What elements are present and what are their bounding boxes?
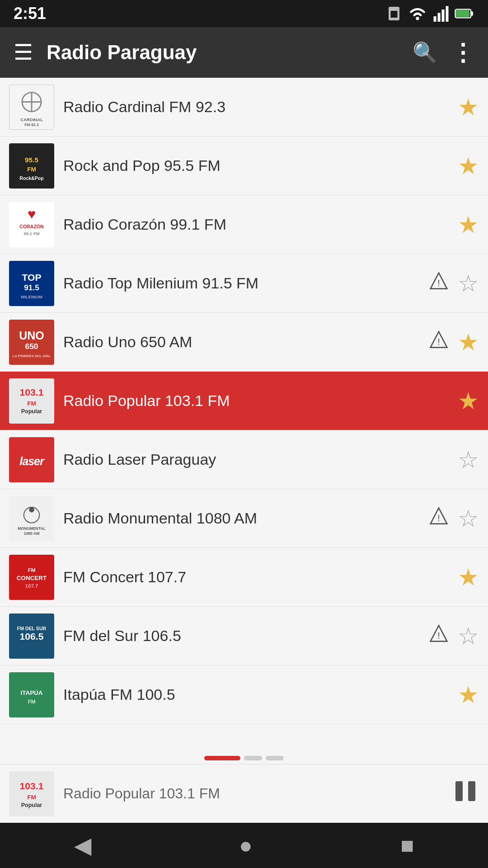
status-icons — [386, 5, 474, 22]
now-playing-title: Radio Popular 103.1 FM — [63, 785, 452, 802]
svg-rect-44 — [29, 507, 34, 513]
svg-text:!: ! — [437, 278, 440, 288]
radio-logo-concert: FMCONCERT107.7 — [9, 555, 54, 600]
radio-item-concert[interactable]: FMCONCERT107.7FM Concert 107.7★ — [0, 548, 488, 607]
svg-text:MILENIUM: MILENIUM — [21, 294, 42, 299]
svg-text:!: ! — [437, 513, 440, 523]
radio-item-monumental[interactable]: MONUMENTAL1080 AMRadio Monumental 1080 A… — [0, 489, 488, 548]
radio-logo-corazon: ♥CORAZÓN99.1 FM — [9, 202, 54, 247]
radio-item-uno[interactable]: UNO650LA PRIMERA DEL DIALRadio Uno 650 A… — [0, 313, 488, 372]
svg-rect-4 — [438, 13, 441, 22]
now-playing-bar: 103.1 FM Popular Radio Popular 103.1 FM — [0, 764, 488, 823]
svg-text:!: ! — [437, 337, 440, 347]
radio-item-laser[interactable]: laserRadio Laser Paraguay☆ — [0, 430, 488, 489]
radio-logo-rock-pop: 95.5FMRock&Pop — [9, 143, 54, 189]
svg-text:103.1: 103.1 — [20, 781, 44, 791]
svg-text:106.5: 106.5 — [20, 631, 44, 641]
app-bar-actions: 🔍 ⋮ — [413, 39, 474, 66]
svg-text:CONCERT: CONCERT — [17, 574, 47, 581]
radio-name-concert: FM Concert 107.7 — [63, 568, 458, 586]
battery-icon — [455, 7, 474, 20]
radio-logo-uno: UNO650LA PRIMERA DEL DIAL — [9, 320, 54, 365]
radio-logo-laser: laser — [9, 437, 54, 482]
warning-icon-uno: ! — [429, 330, 449, 354]
svg-text:Rock&Pop: Rock&Pop — [19, 175, 44, 180]
radio-item-corazon[interactable]: ♥CORAZÓN99.1 FMRadio Corazón 99.1 FM★ — [0, 195, 488, 254]
svg-text:FM: FM — [28, 699, 36, 704]
svg-text:MONUMENTAL: MONUMENTAL — [18, 526, 46, 530]
star-button-uno[interactable]: ★ — [458, 329, 479, 356]
pause-button[interactable] — [452, 778, 479, 810]
nav-bar: ◀ ● ■ — [0, 823, 488, 868]
radio-name-uno: Radio Uno 650 AM — [63, 333, 429, 351]
recent-button[interactable]: ■ — [400, 832, 414, 859]
menu-button[interactable]: ☰ — [14, 42, 33, 63]
svg-rect-8 — [471, 11, 473, 15]
svg-text:UNO: UNO — [19, 329, 44, 342]
radio-name-sur: FM del Sur 106.5 — [63, 627, 429, 645]
svg-text:CORAZÓN: CORAZÓN — [19, 223, 43, 229]
home-button[interactable]: ● — [239, 832, 253, 859]
radio-item-popular[interactable]: 103.1FMPopularRadio Popular 103.1 FM★ — [0, 372, 488, 430]
star-button-itapua[interactable]: ★ — [458, 681, 479, 708]
svg-text:99.1 FM: 99.1 FM — [23, 231, 39, 236]
star-button-corazon[interactable]: ★ — [458, 211, 479, 238]
radio-item-cardinal[interactable]: CARDINALFM 92.3Radio Cardinal FM 92.3★ — [0, 78, 488, 137]
star-button-rock-pop[interactable]: ★ — [458, 152, 479, 179]
svg-text:1080 AM: 1080 AM — [24, 531, 40, 536]
radio-name-corazon: Radio Corazón 99.1 FM — [63, 216, 458, 233]
star-button-concert[interactable]: ★ — [458, 564, 479, 591]
svg-text:♥: ♥ — [28, 206, 36, 222]
svg-text:95.5: 95.5 — [25, 156, 38, 164]
scroll-dot-inactive-2 — [266, 756, 284, 760]
radio-item-sur[interactable]: FM DEL SUR106.5FM del Sur 106.5!☆ — [0, 607, 488, 665]
svg-rect-65 — [455, 781, 463, 801]
app-title: Radio Paraguay — [47, 41, 413, 64]
radio-name-laser: Radio Laser Paraguay — [63, 451, 458, 468]
star-button-cardinal[interactable]: ★ — [458, 94, 479, 121]
radio-logo-sur: FM DEL SUR106.5 — [9, 613, 54, 659]
svg-text:FM DEL SUR: FM DEL SUR — [17, 625, 47, 631]
star-button-sur[interactable]: ☆ — [458, 623, 479, 650]
star-button-top[interactable]: ☆ — [458, 270, 479, 297]
radio-name-rock-pop: Rock and Pop 95.5 FM — [63, 157, 458, 175]
svg-text:FM: FM — [27, 793, 36, 800]
more-options-button[interactable]: ⋮ — [451, 39, 474, 66]
warning-icon-sur: ! — [429, 624, 449, 648]
svg-text:91.5: 91.5 — [24, 283, 39, 292]
svg-text:FM: FM — [27, 165, 36, 172]
radio-name-top: Radio Top Milenium 91.5 FM — [63, 274, 429, 292]
status-time: 2:51 — [14, 4, 46, 23]
search-button[interactable]: 🔍 — [413, 41, 437, 64]
svg-text:!: ! — [437, 631, 440, 641]
svg-rect-9 — [456, 10, 469, 17]
radio-item-rock-pop[interactable]: 95.5FMRock&PopRock and Pop 95.5 FM★ — [0, 137, 488, 195]
now-playing-logo: 103.1 FM Popular — [9, 771, 54, 816]
star-button-popular[interactable]: ★ — [458, 387, 479, 415]
svg-text:laser: laser — [19, 454, 45, 467]
scroll-dot-inactive-1 — [244, 756, 262, 760]
star-button-monumental[interactable]: ☆ — [458, 505, 479, 532]
svg-rect-66 — [468, 781, 475, 801]
radio-item-itapua[interactable]: ITAPÚAFMItapúa FM 100.5★ — [0, 665, 488, 724]
svg-rect-5 — [442, 9, 445, 22]
svg-text:650: 650 — [25, 342, 38, 351]
svg-point-2 — [416, 17, 419, 20]
svg-rect-6 — [446, 6, 449, 22]
status-bar: 2:51 — [0, 0, 488, 27]
radio-list: CARDINALFM 92.3Radio Cardinal FM 92.3★95… — [0, 78, 488, 752]
radio-item-top[interactable]: TOP91.5MILENIUMRadio Top Milenium 91.5 F… — [0, 254, 488, 313]
radio-name-itapua: Itapúa FM 100.5 — [63, 686, 458, 703]
svg-text:Popular: Popular — [21, 408, 42, 414]
warning-icon-top: ! — [429, 271, 449, 295]
radio-logo-top: TOP91.5MILENIUM — [9, 261, 54, 306]
app-bar: ☰ Radio Paraguay 🔍 ⋮ — [0, 27, 488, 78]
radio-logo-itapua: ITAPÚAFM — [9, 672, 54, 717]
svg-text:FM 92.3: FM 92.3 — [24, 123, 39, 127]
back-button[interactable]: ◀ — [74, 832, 91, 859]
radio-name-popular: Radio Popular 103.1 FM — [63, 392, 458, 410]
star-button-laser[interactable]: ☆ — [458, 446, 479, 473]
svg-text:FM: FM — [27, 400, 36, 406]
svg-text:ITAPÚA: ITAPÚA — [20, 689, 42, 696]
scroll-dot-active — [204, 756, 240, 760]
